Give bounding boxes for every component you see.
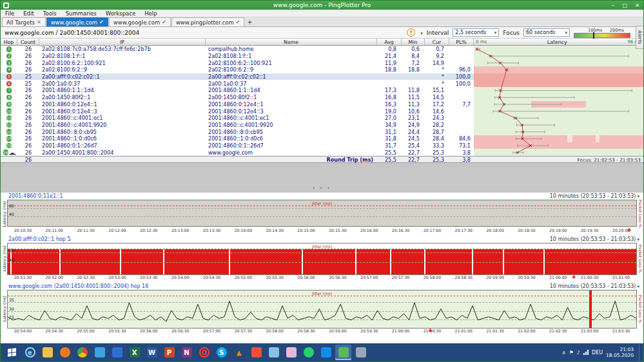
column-header-avg[interactable]: Avg xyxy=(377,39,402,45)
tab-www-google-com[interactable]: www.google.com✔ xyxy=(109,17,171,26)
hop-row-15[interactable]: 15262001:4860:0:1::26d72001:4860:0:1::26… xyxy=(1,142,643,149)
taskbar-icon-teamviewer[interactable] xyxy=(318,345,334,360)
alert-dropdown-caret[interactable] xyxy=(419,30,423,36)
hop-row-9[interactable]: 9262001:4860:0:12e4::12001:4860:0:12e4::… xyxy=(1,101,643,108)
tray-expand-icon[interactable]: ∧ xyxy=(562,350,566,356)
hop-cur: 14,5 xyxy=(425,94,449,100)
focus-marker-triangle[interactable]: ▲ xyxy=(628,227,631,232)
minimize-button[interactable]: – xyxy=(607,1,619,10)
taskbar-icon-file-explorer[interactable] xyxy=(39,345,55,360)
title-bar: www.google.com - PingPlotter Pro – □ ✕ xyxy=(1,1,643,10)
hop-row-13[interactable]: 13262001:4860::8:0:cb952001:4860::8:0:cb… xyxy=(1,128,643,135)
show-desktop-button[interactable] xyxy=(639,343,642,361)
menu-file[interactable]: File xyxy=(1,10,19,17)
focus-marker-triangle[interactable]: ▲ xyxy=(572,274,576,279)
graph-target-label[interactable]: 2001:4860:0:11e1::1 xyxy=(8,193,63,199)
graph-plot-area[interactable]: Jitter (ms)8040 xyxy=(7,200,637,227)
time-tick-label: 21:03:00 xyxy=(574,329,605,334)
hop-row-3[interactable]: 3262a02:8100:6:2::100:9212a02:8100:6:2::… xyxy=(1,59,643,66)
time-tick-label: 20:58:30 xyxy=(448,275,480,281)
action-center-icon[interactable]: ⚑ xyxy=(569,350,574,356)
graph-plot-area[interactable]: Jitter (ms)353025 xyxy=(7,290,637,329)
taskbar-icon-word[interactable]: W xyxy=(144,345,160,360)
taskbar-icon-pingplotter[interactable] xyxy=(335,345,351,360)
menu-summaries[interactable]: Summaries xyxy=(61,10,101,17)
graph-target-label[interactable]: www.google.com (2a00:1450:4001:800::2004… xyxy=(8,283,148,289)
taskbar-icon-settings[interactable] xyxy=(353,345,369,360)
interval-select[interactable]: 2,5 seconds xyxy=(453,28,499,37)
graph-range-select[interactable]: 10 minutes (20:53:53 - 21:03:53) xyxy=(550,283,639,289)
column-header-cur[interactable]: Cur xyxy=(425,39,449,45)
time-tick-label: 20:54:00 xyxy=(164,275,196,281)
taskbar-icon-notepad[interactable] xyxy=(266,345,282,360)
time-tick-label: 20:53:00 xyxy=(102,275,133,281)
menu-help[interactable]: Help xyxy=(140,10,161,17)
taskbar-icon-paint[interactable] xyxy=(283,345,299,360)
hop-row-5[interactable]: 5252a00:afff:0:c02:c02::12a00:afff:0:c02… xyxy=(1,73,643,81)
hop-row-8[interactable]: 8262a00:1450:80f2::12a00:1450:80f2::116,… xyxy=(1,94,643,101)
hop-row-6[interactable]: 6252a00:1a0:0:372a00:1a0:0:37*100,0 xyxy=(1,80,643,87)
hop-row-16[interactable]: 16▂▄▂262a00:1450:4001:800::2004www.googl… xyxy=(1,149,643,156)
time-tick-label: 21:00:00 xyxy=(542,275,574,281)
alert-indicator-button[interactable]: ! xyxy=(407,28,415,37)
taskbar-icon-skype[interactable]: S xyxy=(213,345,229,360)
hop-count: 26 xyxy=(17,108,39,115)
menu-edit[interactable]: Edit xyxy=(19,10,38,17)
hop-row-2[interactable]: 2262a02:8108:1:f::12a02:8108:1:f::121,48… xyxy=(1,53,643,60)
splitter-area[interactable]: • • • xyxy=(1,163,643,193)
latency-color-legend[interactable]: 100ms 200ms xyxy=(574,28,630,38)
graph-range-select[interactable]: 10 minutes (20:53:53 - 21:03:53) xyxy=(550,236,639,242)
menu-workspace[interactable]: Workspace xyxy=(101,10,140,17)
close-button[interactable]: ✕ xyxy=(631,1,643,10)
graph-plot-area[interactable]: Jitter (ms)8040 xyxy=(7,243,637,275)
hop-count: 26 xyxy=(17,53,39,59)
hop-row-14[interactable]: 14262001:4860::1:0:d0c62001:4860::1:0:d0… xyxy=(1,135,643,142)
taskbar-icon-store[interactable] xyxy=(92,345,108,360)
column-header-count[interactable]: Count xyxy=(17,39,39,45)
time-tick-label: 20:55:00 xyxy=(70,329,102,334)
alerts-side-tab[interactable]: Alerts xyxy=(636,26,643,49)
hop-row-7[interactable]: 7262001:4860:1:1::1d42001:4860:1:1::1d41… xyxy=(1,87,643,94)
focus-select[interactable]: 60 seconds xyxy=(523,28,570,37)
taskbar-icon-mail[interactable] xyxy=(109,345,125,360)
taskbar-icon-internet-explorer[interactable]: e xyxy=(22,345,38,360)
summary-count: 26 xyxy=(17,157,39,163)
taskbar-icon-opera[interactable]: O xyxy=(196,345,212,360)
taskbar-icon-onenote[interactable]: N xyxy=(179,345,195,360)
taskbar-icon-firefox[interactable] xyxy=(57,345,73,360)
tab-www-pingplotter-com[interactable]: www.pingplotter.com✔ xyxy=(171,17,244,26)
hop-row-4[interactable]: 4262a02:8100:6:2::92a02:8100:6:2::918,81… xyxy=(1,66,643,73)
column-header-min[interactable]: Min xyxy=(402,39,425,45)
tab-close-icon[interactable]: ✕ xyxy=(37,19,41,25)
taskbar-icon-powerpoint[interactable]: P xyxy=(161,345,177,360)
menu-tools[interactable]: Tools xyxy=(39,10,61,17)
splitter-handle[interactable]: • • • xyxy=(1,186,643,190)
taskbar-icon-chrome[interactable] xyxy=(74,345,90,360)
column-header-name[interactable]: Name xyxy=(206,39,377,45)
taskbar-icon-excel[interactable]: X xyxy=(126,345,142,360)
column-header-pl[interactable]: PL% xyxy=(449,39,474,45)
taskbar-icon-whatsapp[interactable] xyxy=(300,345,317,360)
tab-www-google-com[interactable]: www.google.com✔ xyxy=(46,17,108,26)
focus-marker-triangle[interactable]: ▲ xyxy=(429,327,432,332)
start-button[interactable] xyxy=(2,345,21,360)
maximize-button[interactable]: □ xyxy=(619,1,631,10)
hop-row-12[interactable]: 12262001:4860::c:4001:99202001:4860::c:4… xyxy=(1,122,643,129)
column-header-hop[interactable]: Hop xyxy=(1,39,17,45)
taskbar-icon-git[interactable] xyxy=(248,345,264,360)
trace-table: HopCountIPNameAvgMinCurPL%0 msLatency96 … xyxy=(1,39,643,163)
taskbar-icon-vlc[interactable]: ▲ xyxy=(231,345,247,360)
clock[interactable]: 21:0318.05.2020 xyxy=(606,347,636,358)
language-indicator[interactable]: DEU xyxy=(592,350,603,356)
tab-all-targets[interactable]: All Targets✕ xyxy=(2,17,46,26)
hop-row-10[interactable]: 10262001:4860:0:12e4::32001:4860:0:12e4:… xyxy=(1,108,643,115)
hop-row-11[interactable]: 11262001:4860::c:4001:ec12001:4860::c:40… xyxy=(1,115,643,122)
volume-icon[interactable]: ♪ xyxy=(577,350,580,356)
graph-range-select[interactable]: 10 minutes (20:53:53 - 21:03:53) xyxy=(550,193,639,199)
graph-target-label[interactable]: 2a00:afff:0:c02::1 hop 5 xyxy=(8,236,71,242)
hop-row-1[interactable]: 1262a02:8108:7c0:a758:de53:7cff:fe6c:2b7… xyxy=(1,46,643,53)
legend-gradient-bar[interactable] xyxy=(574,33,630,38)
new-tab-button[interactable]: + xyxy=(245,18,254,26)
column-header-ip[interactable]: IP xyxy=(39,39,206,45)
network-icon[interactable] xyxy=(583,350,589,355)
